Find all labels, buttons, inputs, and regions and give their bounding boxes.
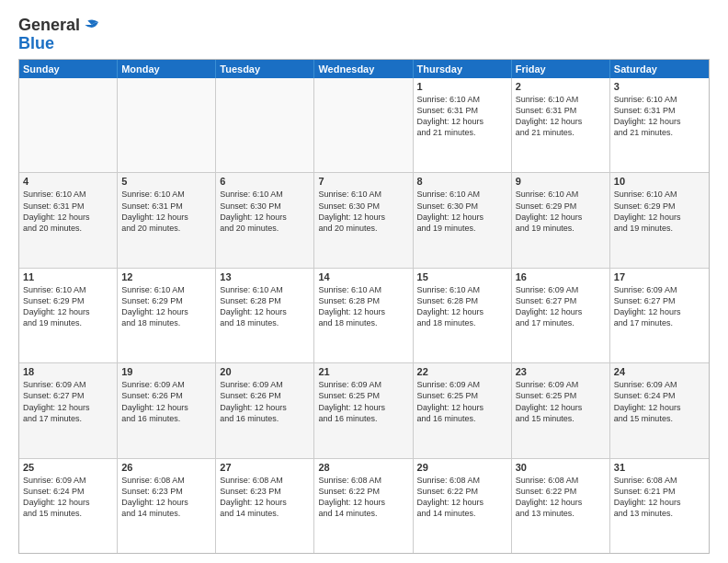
day-info: Sunrise: 6:09 AM Sunset: 6:27 PM Dayligh… xyxy=(516,284,606,329)
header-cell-tuesday: Tuesday xyxy=(216,60,314,78)
header-cell-thursday: Thursday xyxy=(414,60,512,78)
day-number: 12 xyxy=(121,271,211,282)
day-number: 4 xyxy=(23,176,113,187)
day-info: Sunrise: 6:10 AM Sunset: 6:30 PM Dayligh… xyxy=(318,189,408,234)
day-number: 26 xyxy=(121,462,211,473)
day-cell-12: 12Sunrise: 6:10 AM Sunset: 6:29 PM Dayli… xyxy=(118,269,216,362)
day-number: 5 xyxy=(121,176,211,187)
day-info: Sunrise: 6:09 AM Sunset: 6:27 PM Dayligh… xyxy=(614,284,705,329)
day-info: Sunrise: 6:10 AM Sunset: 6:31 PM Dayligh… xyxy=(23,189,113,234)
header-cell-sunday: Sunday xyxy=(19,60,118,78)
cal-week-4: 25Sunrise: 6:09 AM Sunset: 6:24 PM Dayli… xyxy=(19,459,709,553)
day-info: Sunrise: 6:09 AM Sunset: 6:26 PM Dayligh… xyxy=(121,379,211,424)
day-info: Sunrise: 6:09 AM Sunset: 6:25 PM Dayligh… xyxy=(318,379,408,424)
day-info: Sunrise: 6:10 AM Sunset: 6:31 PM Dayligh… xyxy=(516,94,606,139)
day-cell-25: 25Sunrise: 6:09 AM Sunset: 6:24 PM Dayli… xyxy=(19,459,118,553)
day-number: 9 xyxy=(516,176,606,187)
header: General Blue xyxy=(18,15,710,52)
day-number: 22 xyxy=(417,366,507,377)
day-number: 23 xyxy=(516,366,606,377)
header-cell-saturday: Saturday xyxy=(610,60,709,78)
day-info: Sunrise: 6:09 AM Sunset: 6:24 PM Dayligh… xyxy=(23,475,113,520)
day-cell-1: 1Sunrise: 6:10 AM Sunset: 6:31 PM Daylig… xyxy=(414,78,512,172)
day-cell-10: 10Sunrise: 6:10 AM Sunset: 6:29 PM Dayli… xyxy=(610,173,709,267)
day-number: 27 xyxy=(220,462,310,473)
cal-week-0: 1Sunrise: 6:10 AM Sunset: 6:31 PM Daylig… xyxy=(19,78,709,173)
day-cell-23: 23Sunrise: 6:09 AM Sunset: 6:25 PM Dayli… xyxy=(512,363,610,457)
day-number: 7 xyxy=(318,176,408,187)
day-info: Sunrise: 6:09 AM Sunset: 6:27 PM Dayligh… xyxy=(23,379,113,424)
day-info: Sunrise: 6:08 AM Sunset: 6:22 PM Dayligh… xyxy=(318,475,408,520)
header-cell-monday: Monday xyxy=(118,60,216,78)
day-cell-15: 15Sunrise: 6:10 AM Sunset: 6:28 PM Dayli… xyxy=(414,269,512,362)
empty-cell xyxy=(314,78,413,172)
day-number: 21 xyxy=(318,366,408,377)
day-cell-19: 19Sunrise: 6:09 AM Sunset: 6:26 PM Dayli… xyxy=(118,363,216,457)
day-cell-29: 29Sunrise: 6:08 AM Sunset: 6:22 PM Dayli… xyxy=(414,459,512,553)
day-number: 10 xyxy=(614,176,705,187)
day-info: Sunrise: 6:10 AM Sunset: 6:29 PM Dayligh… xyxy=(516,189,606,234)
logo-general-text: General xyxy=(18,16,80,35)
day-number: 17 xyxy=(614,271,705,282)
day-info: Sunrise: 6:08 AM Sunset: 6:21 PM Dayligh… xyxy=(614,475,705,520)
day-cell-24: 24Sunrise: 6:09 AM Sunset: 6:24 PM Dayli… xyxy=(610,363,709,457)
day-number: 1 xyxy=(417,81,507,92)
day-info: Sunrise: 6:08 AM Sunset: 6:23 PM Dayligh… xyxy=(220,475,310,520)
logo-bird-icon xyxy=(81,15,101,35)
day-info: Sunrise: 6:09 AM Sunset: 6:25 PM Dayligh… xyxy=(516,379,606,424)
cal-week-1: 4Sunrise: 6:10 AM Sunset: 6:31 PM Daylig… xyxy=(19,173,709,268)
day-cell-11: 11Sunrise: 6:10 AM Sunset: 6:29 PM Dayli… xyxy=(19,269,118,362)
empty-cell xyxy=(216,78,314,172)
day-cell-30: 30Sunrise: 6:08 AM Sunset: 6:22 PM Dayli… xyxy=(512,459,610,553)
day-number: 24 xyxy=(614,366,705,377)
empty-cell xyxy=(19,78,118,172)
day-number: 18 xyxy=(23,366,113,377)
day-info: Sunrise: 6:10 AM Sunset: 6:29 PM Dayligh… xyxy=(23,284,113,329)
day-number: 11 xyxy=(23,271,113,282)
day-cell-17: 17Sunrise: 6:09 AM Sunset: 6:27 PM Dayli… xyxy=(610,269,709,362)
day-cell-4: 4Sunrise: 6:10 AM Sunset: 6:31 PM Daylig… xyxy=(19,173,118,267)
day-info: Sunrise: 6:08 AM Sunset: 6:23 PM Dayligh… xyxy=(121,475,211,520)
day-cell-5: 5Sunrise: 6:10 AM Sunset: 6:31 PM Daylig… xyxy=(118,173,216,267)
day-cell-13: 13Sunrise: 6:10 AM Sunset: 6:28 PM Dayli… xyxy=(216,269,314,362)
header-cell-friday: Friday xyxy=(512,60,610,78)
day-info: Sunrise: 6:10 AM Sunset: 6:29 PM Dayligh… xyxy=(614,189,705,234)
day-info: Sunrise: 6:10 AM Sunset: 6:30 PM Dayligh… xyxy=(417,189,507,234)
day-info: Sunrise: 6:10 AM Sunset: 6:31 PM Dayligh… xyxy=(614,94,705,139)
day-info: Sunrise: 6:09 AM Sunset: 6:26 PM Dayligh… xyxy=(220,379,310,424)
day-cell-7: 7Sunrise: 6:10 AM Sunset: 6:30 PM Daylig… xyxy=(314,173,413,267)
day-number: 3 xyxy=(614,81,705,92)
day-number: 6 xyxy=(220,176,310,187)
calendar-header: SundayMondayTuesdayWednesdayThursdayFrid… xyxy=(19,60,709,78)
day-cell-18: 18Sunrise: 6:09 AM Sunset: 6:27 PM Dayli… xyxy=(19,363,118,457)
day-number: 8 xyxy=(417,176,507,187)
header-cell-wednesday: Wednesday xyxy=(314,60,413,78)
calendar-body: 1Sunrise: 6:10 AM Sunset: 6:31 PM Daylig… xyxy=(19,78,709,553)
day-info: Sunrise: 6:10 AM Sunset: 6:28 PM Dayligh… xyxy=(318,284,408,329)
day-number: 20 xyxy=(220,366,310,377)
day-cell-28: 28Sunrise: 6:08 AM Sunset: 6:22 PM Dayli… xyxy=(314,459,413,553)
day-cell-14: 14Sunrise: 6:10 AM Sunset: 6:28 PM Dayli… xyxy=(314,269,413,362)
day-number: 31 xyxy=(614,462,705,473)
day-number: 14 xyxy=(318,271,408,282)
logo-combined: General xyxy=(18,15,102,35)
day-cell-3: 3Sunrise: 6:10 AM Sunset: 6:31 PM Daylig… xyxy=(610,78,709,172)
empty-cell xyxy=(118,78,216,172)
day-cell-21: 21Sunrise: 6:09 AM Sunset: 6:25 PM Dayli… xyxy=(314,363,413,457)
day-cell-9: 9Sunrise: 6:10 AM Sunset: 6:29 PM Daylig… xyxy=(512,173,610,267)
day-cell-20: 20Sunrise: 6:09 AM Sunset: 6:26 PM Dayli… xyxy=(216,363,314,457)
day-number: 19 xyxy=(121,366,211,377)
day-cell-6: 6Sunrise: 6:10 AM Sunset: 6:30 PM Daylig… xyxy=(216,173,314,267)
day-number: 25 xyxy=(23,462,113,473)
day-number: 30 xyxy=(516,462,606,473)
day-number: 13 xyxy=(220,271,310,282)
calendar: SundayMondayTuesdayWednesdayThursdayFrid… xyxy=(18,59,710,554)
day-info: Sunrise: 6:08 AM Sunset: 6:22 PM Dayligh… xyxy=(516,475,606,520)
day-cell-22: 22Sunrise: 6:09 AM Sunset: 6:25 PM Dayli… xyxy=(414,363,512,457)
cal-week-2: 11Sunrise: 6:10 AM Sunset: 6:29 PM Dayli… xyxy=(19,269,709,363)
day-info: Sunrise: 6:09 AM Sunset: 6:25 PM Dayligh… xyxy=(417,379,507,424)
day-number: 16 xyxy=(516,271,606,282)
day-info: Sunrise: 6:08 AM Sunset: 6:22 PM Dayligh… xyxy=(417,475,507,520)
day-info: Sunrise: 6:10 AM Sunset: 6:29 PM Dayligh… xyxy=(121,284,211,329)
logo: General Blue xyxy=(18,15,102,52)
